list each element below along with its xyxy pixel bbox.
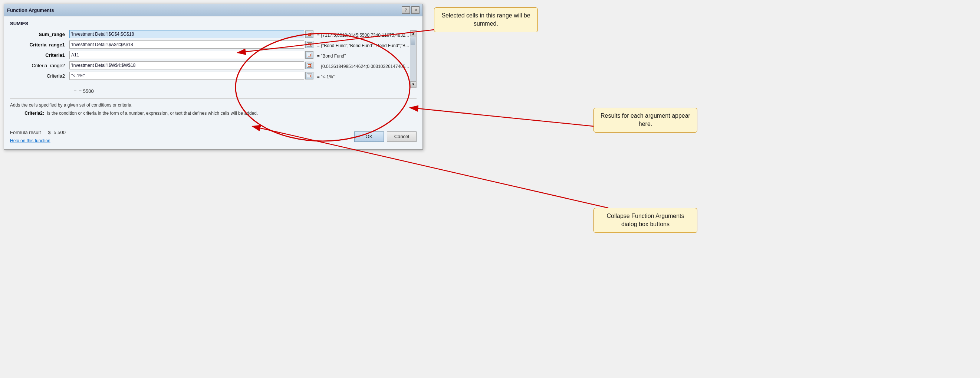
description-text: Adds the cells specified by a given set …	[10, 102, 417, 108]
function-name: SUMIFS	[10, 21, 417, 26]
svg-line-2	[410, 108, 593, 126]
scroll-up-arrow[interactable]: ▲	[410, 30, 416, 37]
arg-row-criteria1: Criteria1	[10, 51, 313, 59]
result-line-0: = {7117.5;8010;3145;5500;7340;11675;4832…	[315, 30, 409, 40]
result-line-4: = "<-1%"	[315, 72, 409, 82]
bottom-area: Formula result = $ 5,500 Help on this fu…	[10, 125, 417, 144]
formula-result-label-text: Formula result =	[10, 129, 45, 135]
criteria-range1-input[interactable]	[69, 40, 304, 49]
criteria2-desc-text: is the condition or criteria in the form…	[47, 111, 417, 116]
criteria-range2-input[interactable]	[69, 61, 304, 69]
criteria2-input[interactable]	[69, 72, 304, 80]
dialog-body: SUMIFS Sum_range Criteria_range1	[4, 16, 423, 149]
arg-row-sum-range: Sum_range	[10, 30, 313, 38]
results-scrollbar[interactable]: ▲ ▼	[410, 30, 417, 88]
criteria-range2-input-wrap	[69, 61, 313, 69]
collapse-icon	[307, 53, 312, 57]
arg-row-criteria2: Criteria2	[10, 72, 313, 80]
criteria2-label: Criteria2	[10, 73, 69, 79]
dialog-title: Function Arguments	[7, 8, 54, 13]
ok-button[interactable]: OK	[354, 131, 384, 142]
arg-row-criteria-range2: Criteria_range2	[10, 61, 313, 69]
criteria2-description: Criteria2: is the condition or criteria …	[10, 111, 417, 116]
criteria2-desc-label: Criteria2:	[10, 111, 47, 116]
collapse-icon	[307, 42, 312, 47]
callout-collapse-buttons: Collapse Function Arguments dialog box b…	[593, 208, 697, 233]
dialog-buttons: OK Cancel	[354, 131, 417, 142]
criteria-range1-label: Criteria_range1	[10, 42, 69, 48]
formula-eq-sign: =	[74, 88, 77, 94]
cancel-button[interactable]: Cancel	[387, 131, 417, 142]
function-arguments-dialog: Function Arguments ? ✕ SUMIFS Sum_range	[4, 4, 423, 150]
args-inputs-section: Sum_range Criteria_range1	[10, 30, 313, 82]
criteria1-input-wrap	[69, 51, 313, 59]
arg-row-criteria-range1: Criteria_range1	[10, 40, 313, 49]
sum-range-collapse-btn[interactable]	[305, 30, 313, 38]
help-titlebar-button[interactable]: ?	[402, 6, 410, 14]
criteria1-collapse-btn[interactable]	[305, 51, 313, 59]
callout-results: Results for each argument appear here.	[593, 108, 697, 132]
scroll-thumb[interactable]	[410, 38, 415, 45]
collapse-icon	[307, 32, 312, 37]
criteria1-input[interactable]	[69, 51, 304, 59]
result-line-3: = {0.0136184985144624;0.00310326147405..…	[315, 61, 409, 72]
formula-result-display: Formula result = $ 5,500	[10, 129, 83, 135]
criteria-range1-input-wrap	[69, 40, 313, 49]
criteria2-collapse-btn[interactable]	[305, 72, 313, 80]
results-values: = {7117.5;8010;3145;5500;7340;11675;4832…	[315, 30, 409, 82]
sum-range-input-wrap	[69, 30, 313, 38]
result-line-2: = "Bond Fund"	[315, 51, 409, 61]
formula-result-value: 5,500	[54, 129, 83, 135]
sum-range-label: Sum_range	[10, 32, 69, 37]
collapse-icon	[307, 63, 312, 68]
criteria-range1-collapse-btn[interactable]	[305, 41, 313, 48]
criteria1-label: Criteria1	[10, 53, 69, 58]
sum-range-input[interactable]	[69, 30, 304, 38]
bottom-left: Formula result = $ 5,500 Help on this fu…	[10, 129, 83, 144]
help-link[interactable]: Help on this function	[10, 138, 83, 144]
collapse-icon	[307, 73, 312, 78]
scroll-track	[410, 37, 416, 81]
scroll-down-arrow[interactable]: ▼	[410, 81, 416, 87]
callout-selected-cells: Selected cells in this range will be sum…	[434, 8, 538, 32]
close-titlebar-button[interactable]: ✕	[411, 6, 420, 14]
dialog-titlebar: Function Arguments ? ✕	[4, 4, 423, 16]
criteria-range2-collapse-btn[interactable]	[305, 62, 313, 69]
formula-result-dollar: $	[48, 129, 51, 135]
result-line-1: = {"Bond Fund";"Bond Fund";"Bond Fund";"…	[315, 40, 409, 51]
formula-result-row: = = 5500	[69, 88, 417, 94]
formula-inline-result: = 5500	[79, 88, 94, 94]
criteria2-input-wrap	[69, 72, 313, 80]
titlebar-buttons: ? ✕	[402, 6, 420, 14]
results-section: = {7117.5;8010;3145;5500;7340;11675;4832…	[315, 30, 417, 88]
description-area: Adds the cells specified by a given set …	[10, 98, 417, 116]
criteria-range2-label: Criteria_range2	[10, 63, 69, 68]
